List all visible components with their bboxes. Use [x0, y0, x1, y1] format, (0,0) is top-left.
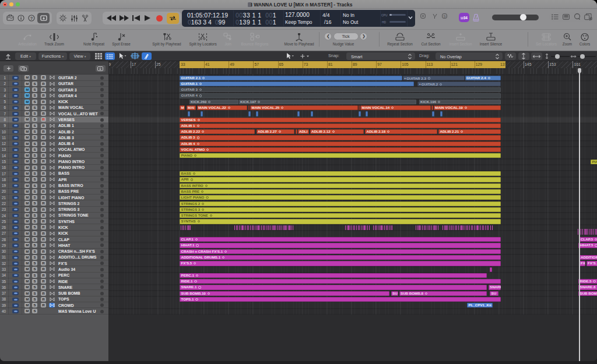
- svg-text:?: ?: [30, 16, 33, 21]
- svg-text:S: S: [443, 15, 445, 18]
